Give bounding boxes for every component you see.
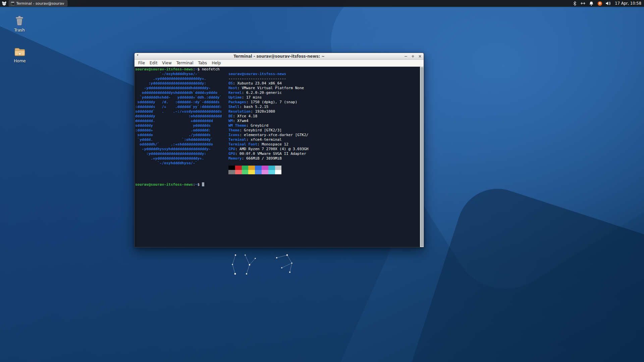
- neofetch-info-line: Packages: 1750 (dpkg), 7 (snap): [228, 100, 419, 105]
- scrollbar-thumb[interactable]: [421, 67, 423, 247]
- window-titlebar[interactable]: ▾ Terminal - sourav@sourav-itsfoss-news:…: [135, 53, 424, 60]
- neofetch-output: `-/osyhddddhyso/-` .+ydddddddddddddddddd…: [135, 72, 419, 174]
- neofetch-separator: --------------------------: [228, 76, 419, 81]
- neofetch-info-line: OS: Xubuntu 23.04 x86_64: [228, 81, 419, 86]
- window-title: Terminal - sourav@sourav-itsfoss-news: ~: [135, 54, 424, 59]
- menu-terminal[interactable]: Terminal: [174, 61, 196, 65]
- neofetch-info-line: DE: Xfce 4.18: [228, 114, 419, 119]
- command-text: neofetch: [202, 67, 220, 71]
- neofetch-info-line: GPU: 00:0f.0 VMware SVGA II Adapter: [228, 152, 419, 156]
- palette-block: [242, 170, 249, 174]
- volume-icon[interactable]: [605, 1, 611, 6]
- minimize-button[interactable]: −: [404, 54, 408, 58]
- neofetch-ascii-art: `-/osyhddddhyso/-` .+ydddddddddddddddddd…: [135, 72, 228, 166]
- neofetch-info-lines: OS: Xubuntu 23.04 x86_64Host: VMware Vir…: [228, 81, 419, 161]
- terminal-icon: [11, 1, 14, 6]
- prompt-line-current: sourav@sourav-itsfoss-news:~$: [135, 182, 419, 187]
- wallpaper-constellations: [224, 249, 301, 278]
- neofetch-info-line: Uptime: 17 mins: [228, 95, 419, 100]
- palette-block: [248, 170, 255, 174]
- software-updater-icon[interactable]: [597, 1, 602, 6]
- prompt-line: sourav@sourav-itsfoss-news:~$ neofetch: [135, 67, 419, 72]
- neofetch-info-line: Memory: 666MiB / 3899MiB: [228, 156, 419, 161]
- neofetch-info-line: WM Theme: Greybird: [228, 123, 419, 128]
- xubuntu-mouse-icon: [2, 1, 7, 6]
- palette-block: [255, 170, 262, 174]
- top-panel: Terminal - sourav@sourav-it...: [0, 0, 644, 7]
- neofetch-info-line: Resolution: 644x362: [228, 109, 419, 114]
- terminal-cursor: [202, 182, 204, 186]
- neofetch-info-line: Kernel: 6.2.0-20-generic: [228, 90, 419, 95]
- menu-help[interactable]: Help: [209, 61, 223, 65]
- menu-file[interactable]: File: [136, 61, 147, 65]
- neofetch-info-line: Terminal Font: Monospace 12: [228, 142, 419, 147]
- panel-clock[interactable]: 17 Apr, 10:58: [614, 1, 641, 6]
- taskbar-window-button[interactable]: Terminal - sourav@sourav-it...: [9, 0, 67, 6]
- close-button[interactable]: ×: [418, 54, 422, 58]
- home-icon-label: Home: [14, 59, 25, 63]
- palette-block: [268, 166, 275, 170]
- palette-block: [228, 166, 235, 170]
- maximize-button[interactable]: +: [411, 54, 415, 58]
- palette-row-1: [228, 166, 419, 170]
- palette-block: [235, 170, 242, 174]
- palette-block: [242, 166, 249, 170]
- palette-block: [228, 170, 235, 174]
- menu-tabs[interactable]: Tabs: [196, 61, 210, 65]
- neofetch-title: sourav@sourav-itsfoss-news: [228, 72, 286, 76]
- neofetch-info-line: CPU: AMD Ryzen 7 2700X (4) @ 3.693GH: [228, 147, 419, 152]
- menu-edit[interactable]: Edit: [147, 61, 160, 65]
- terminal-window: ▾ Terminal - sourav@sourav-itsfoss-news:…: [134, 53, 424, 247]
- palette-block: [262, 166, 268, 170]
- terminal-screen[interactable]: sourav@sourav-itsfoss-news:~$ neofetch `…: [135, 67, 424, 247]
- menu-bar: FileEditViewTerminalTabsHelp: [135, 60, 424, 67]
- neofetch-color-palette: [228, 166, 419, 174]
- neofetch-info-line: Theme: Greybird [GTK2/3]: [228, 128, 419, 133]
- menu-view[interactable]: View: [160, 61, 174, 65]
- bluetooth-icon[interactable]: [572, 1, 577, 6]
- home-folder-icon: [14, 46, 26, 58]
- palette-block: [275, 166, 282, 170]
- desktop-icon-home[interactable]: Home: [7, 46, 33, 63]
- palette-block: [262, 170, 268, 174]
- trash-icon-label: Trash: [14, 28, 25, 33]
- palette-block: [268, 170, 275, 174]
- applications-menu-button[interactable]: [0, 0, 8, 7]
- notifications-bell-icon[interactable]: [589, 1, 594, 6]
- desktop-icon-trash[interactable]: Trash: [6, 15, 33, 33]
- palette-row-2: [228, 170, 419, 174]
- palette-block: [275, 170, 282, 174]
- network-icon[interactable]: [580, 1, 586, 6]
- taskbar-window-title: Terminal - sourav@sourav-it...: [16, 1, 64, 6]
- neofetch-info-line: WM: Xfwm4: [228, 119, 419, 123]
- neofetch-info-line: Shell: bash 5.2.15: [228, 105, 419, 109]
- prompt-userhost: sourav@sourav-itsfoss-news: [135, 182, 193, 187]
- trash-icon: [13, 15, 25, 27]
- neofetch-info-line: Host: VMware Virtual Platform None: [228, 86, 419, 90]
- neofetch-info-line: Terminal: xfce4-terminal: [228, 137, 419, 142]
- palette-block: [248, 166, 255, 170]
- prompt-userhost: sourav@sourav-itsfoss-news: [135, 67, 193, 71]
- palette-block: [235, 166, 242, 170]
- neofetch-info-line: Icons: elementary-xfce-darker [GTK2/: [228, 133, 419, 137]
- terminal-scrollbar[interactable]: [420, 67, 424, 247]
- palette-block: [255, 166, 262, 170]
